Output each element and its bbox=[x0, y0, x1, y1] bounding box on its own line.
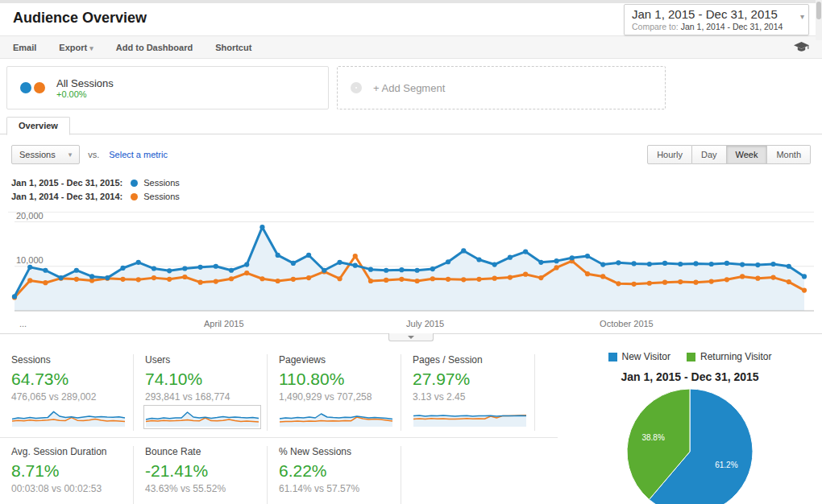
metric-comparison-values: 43.63% vs 55.52% bbox=[145, 483, 257, 494]
metric-selector-dropdown[interactable]: Sessions ▾ bbox=[11, 145, 80, 164]
add-segment-label: + Add Segment bbox=[373, 82, 445, 94]
collapse-chart-handle[interactable] bbox=[388, 333, 434, 341]
compare-range: Compare to: Jan 1, 2014 - Dec 31, 2014 bbox=[632, 22, 792, 31]
x-axis-label: July 2015 bbox=[406, 319, 444, 328]
svg-text:61.2%: 61.2% bbox=[715, 461, 737, 469]
metric-sparkline bbox=[145, 407, 259, 428]
svg-text:20,000: 20,000 bbox=[16, 213, 44, 221]
legend-series-label: Sessions bbox=[143, 192, 180, 201]
segment-delta: +0.00% bbox=[56, 89, 114, 99]
scrollbar-thumb[interactable] bbox=[816, 2, 821, 19]
segments-row: All Sessions +0.00% + Add Segment bbox=[0, 59, 822, 116]
action-bar: Email Export ▾ Add to Dashboard Shortcut bbox=[0, 35, 822, 59]
x-axis-label: April 2015 bbox=[204, 319, 244, 328]
metric-label: Pages / Session bbox=[413, 354, 525, 366]
metric-card-pageviews[interactable]: Pageviews110.80%1,490,929 vs 707,258 bbox=[268, 354, 401, 431]
metric-card-bounce-rate[interactable]: Bounce Rate-21.41%43.63% vs 55.52% bbox=[134, 446, 268, 504]
pie-legend-item-new-visitor[interactable]: New Visitor bbox=[608, 351, 670, 362]
empty-donut-icon bbox=[351, 82, 362, 93]
granularity-button-week[interactable]: Week bbox=[727, 145, 768, 164]
line-chart-canvas[interactable]: 10,00020,000 bbox=[8, 213, 814, 316]
summary-section: Sessions64.73%476,065 vs 289,002Users74.… bbox=[0, 343, 822, 504]
metric-label: Sessions bbox=[11, 354, 123, 366]
legend-square-icon bbox=[608, 353, 617, 361]
metric-card-users[interactable]: Users74.10%293,841 vs 168,774 bbox=[134, 354, 268, 431]
metric-row-1: Sessions64.73%476,065 vs 289,002Users74.… bbox=[0, 346, 558, 438]
segment-all-sessions[interactable]: All Sessions +0.00% bbox=[6, 66, 329, 109]
series-dot-blue-icon bbox=[131, 180, 138, 187]
controls-row: Sessions ▾ vs. Select a metric HourlyDay… bbox=[0, 134, 822, 171]
shortcut-button[interactable]: Shortcut bbox=[215, 43, 251, 52]
granularity-button-day[interactable]: Day bbox=[692, 145, 727, 164]
metric-card-pages-session[interactable]: Pages / Session27.97%3.13 vs 2.45 bbox=[401, 354, 535, 431]
date-range-selector[interactable]: Jan 1, 2015 - Dec 31, 2015 ▾ Compare to:… bbox=[624, 4, 809, 35]
vs-label: vs. bbox=[88, 150, 99, 159]
pie-legend: New VisitorReturning Visitor bbox=[558, 351, 822, 362]
header: Audience Overview Jan 1, 2015 - Dec 31, … bbox=[0, 0, 822, 35]
metric-comparison-values: 00:03:08 vs 00:02:53 bbox=[11, 483, 123, 494]
pie-title: Jan 1, 2015 - Dec 31, 2015 bbox=[558, 370, 822, 383]
tab-bar: Overview bbox=[0, 116, 822, 134]
metric-sparkline bbox=[279, 407, 393, 428]
legend-series-label: Sessions bbox=[143, 178, 180, 188]
granularity-button-group: HourlyDayWeekMonth bbox=[647, 145, 811, 164]
chevron-down-icon: ▾ bbox=[89, 44, 93, 52]
pie-legend-label: New Visitor bbox=[622, 351, 670, 362]
visitor-type-section: New VisitorReturning Visitor Jan 1, 2015… bbox=[558, 346, 822, 504]
export-button[interactable]: Export ▾ bbox=[59, 43, 93, 52]
metric-delta-percent: -21.41% bbox=[145, 461, 257, 481]
metric-delta-percent: 64.73% bbox=[11, 370, 123, 389]
metric-comparison-values: 1,490,929 vs 707,258 bbox=[279, 391, 391, 403]
segment-donut-icons bbox=[20, 82, 45, 93]
metric-card-avg-session-duration[interactable]: Avg. Session Duration8.71%00:03:08 vs 00… bbox=[0, 446, 134, 504]
compare-label: Compare to: bbox=[632, 22, 679, 31]
metric-delta-percent: 27.97% bbox=[413, 370, 525, 389]
granularity-button-hourly[interactable]: Hourly bbox=[647, 145, 692, 164]
x-axis-labels: ...April 2015July 2015October 2015 bbox=[8, 319, 814, 331]
legend-square-icon bbox=[687, 353, 695, 361]
x-axis-label: ... bbox=[19, 319, 27, 328]
add-to-dashboard-button[interactable]: Add to Dashboard bbox=[116, 43, 193, 52]
metric-delta-percent: 6.22% bbox=[279, 461, 391, 481]
metric-sparkline bbox=[413, 407, 527, 428]
metric-label: Bounce Rate bbox=[145, 446, 257, 457]
granularity-button-month[interactable]: Month bbox=[767, 145, 811, 164]
metric-card-new-sessions[interactable]: % New Sessions6.22%61.14% vs 57.57% bbox=[268, 446, 401, 504]
add-segment-button[interactable]: + Add Segment bbox=[337, 66, 666, 109]
tab-overview[interactable]: Overview bbox=[6, 117, 70, 135]
series-dot-orange-icon bbox=[131, 193, 138, 200]
metric-card-sessions[interactable]: Sessions64.73%476,065 vs 289,002 bbox=[0, 354, 134, 431]
sessions-timeline-chart[interactable]: 10,00020,000 ...April 2015July 2015Octob… bbox=[8, 212, 814, 343]
metric-delta-percent: 74.10% bbox=[145, 370, 257, 389]
svg-text:38.8%: 38.8% bbox=[641, 433, 664, 442]
legend-row-2015: Jan 1, 2015 - Dec 31, 2015: Sessions bbox=[11, 178, 811, 188]
metric-selector-value: Sessions bbox=[19, 150, 56, 159]
metric-label: % New Sessions bbox=[279, 446, 391, 457]
metric-label: Pageviews bbox=[279, 354, 391, 366]
metric-label: Avg. Session Duration bbox=[11, 446, 123, 457]
legend-range-label: Jan 1, 2015 - Dec 31, 2015: bbox=[11, 178, 122, 188]
email-button[interactable]: Email bbox=[13, 43, 36, 52]
education-graduation-cap-icon[interactable] bbox=[794, 42, 809, 53]
pie-legend-label: Returning Visitor bbox=[700, 351, 772, 362]
compare-range-value: Jan 1, 2014 - Dec 31, 2014 bbox=[681, 22, 783, 31]
select-a-metric-link[interactable]: Select a metric bbox=[109, 150, 168, 159]
pie-legend-item-returning-visitor[interactable]: Returning Visitor bbox=[687, 351, 772, 362]
metric-comparison-values: 61.14% vs 57.57% bbox=[279, 483, 391, 494]
legend-row-2014: Jan 1, 2014 - Dec 31, 2014: Sessions bbox=[11, 192, 811, 201]
visitor-type-pie-chart[interactable]: 61.2%38.8% bbox=[623, 385, 757, 504]
metric-label: Users bbox=[145, 354, 257, 366]
metric-delta-percent: 8.71% bbox=[11, 461, 123, 481]
donut-blue-icon bbox=[20, 82, 31, 93]
metric-sparkline bbox=[145, 498, 259, 504]
scrollbar[interactable] bbox=[816, 0, 822, 40]
metric-cards: Sessions64.73%476,065 vs 289,002Users74.… bbox=[0, 346, 558, 504]
chevron-down-icon bbox=[408, 336, 414, 339]
metric-row-2: Avg. Session Duration8.71%00:03:08 vs 00… bbox=[0, 438, 558, 504]
date-range-value: Jan 1, 2015 - Dec 31, 2015 bbox=[632, 7, 792, 21]
donut-orange-icon bbox=[34, 82, 45, 93]
metric-comparison-values: 293,841 vs 168,774 bbox=[145, 391, 257, 403]
svg-text:10,000: 10,000 bbox=[16, 255, 44, 265]
metric-sparkline bbox=[11, 407, 126, 428]
metric-comparison-values: 3.13 vs 2.45 bbox=[413, 391, 525, 403]
